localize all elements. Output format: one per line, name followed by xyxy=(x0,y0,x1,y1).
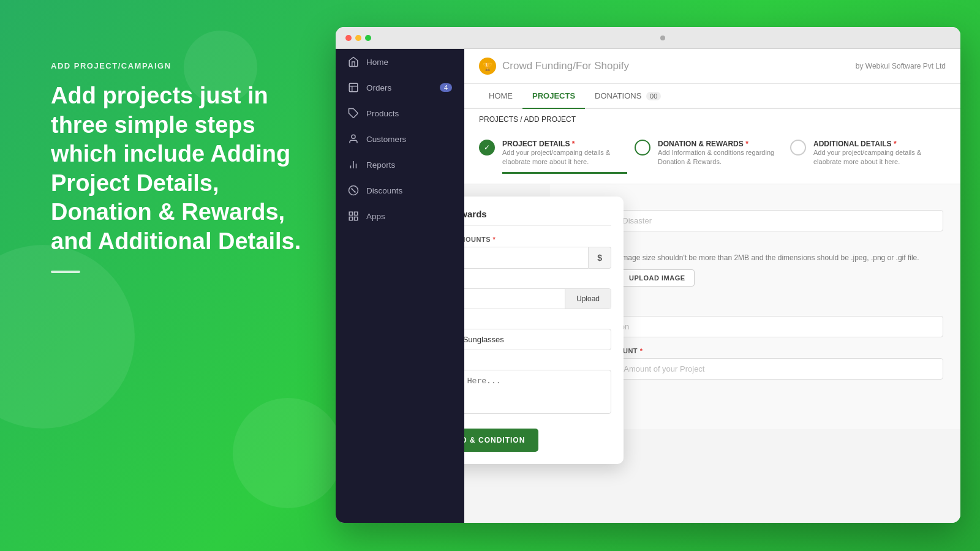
ect-title-label: ECT TITLE * xyxy=(567,199,943,206)
sidebar-item-discounts[interactable]: Discounts xyxy=(336,178,464,203)
browser-dot-red[interactable] xyxy=(345,35,352,41)
image-upload-hint: Image size shouldn't be more than 2MB an… xyxy=(620,252,943,263)
ect-title-input[interactable] xyxy=(567,210,943,231)
add-image-group: ADD IMAGE Upload xyxy=(464,277,611,309)
step-1: ✓ PROJECT DETAILS * Add your project/cam… xyxy=(479,140,635,174)
upload-image-button[interactable]: UPLOAD IMAGE xyxy=(620,269,695,287)
left-panel: ADD PROJECT/CAMPAIGN Add projects just i… xyxy=(51,61,308,273)
add-reward-condition-button[interactable]: ADD REWARD & CONDITION xyxy=(464,429,538,452)
svg-rect-0 xyxy=(349,83,358,92)
svg-point-9 xyxy=(355,192,356,193)
donation-card-title: Donation & Rewards xyxy=(464,209,611,226)
sidebar-item-customers[interactable]: Customers xyxy=(336,126,464,152)
donation-amount-input[interactable] xyxy=(464,247,589,269)
ect-image-label: ECT IMAGE * xyxy=(567,241,943,249)
upload-button[interactable]: Upload xyxy=(565,289,611,309)
steps-bar: ✓ PROJECT DETAILS * Add your project/cam… xyxy=(464,130,960,184)
ect-goal-group: ECT GOAL AMOUNT * xyxy=(567,347,943,380)
left-subtitle: ADD PROJECT/CAMPAIGN xyxy=(51,61,308,70)
svg-point-8 xyxy=(351,188,352,189)
step-2-circle xyxy=(635,140,650,156)
home-icon xyxy=(348,56,359,67)
browser-dot-green[interactable] xyxy=(365,35,371,41)
reward-title-label: TITLE * xyxy=(464,318,611,325)
browser-dot-yellow[interactable] xyxy=(355,35,361,41)
reward-title-group: TITLE * xyxy=(464,318,611,350)
step-1-desc: Add your project/campaing details & elao… xyxy=(502,148,627,167)
sidebar-label-customers: Customers xyxy=(366,135,406,144)
admin-layout: Home Orders 4 Pr xyxy=(336,49,960,523)
ect-location-group: ECT LOCATION xyxy=(567,305,943,337)
svg-point-2 xyxy=(352,135,355,138)
sidebar: Home Orders 4 Pr xyxy=(336,49,464,523)
ect-location-label: ECT LOCATION xyxy=(567,305,943,312)
reward-title-input[interactable] xyxy=(464,329,611,350)
step-3: ADDITIONAL DETAILS * Add your project/ca… xyxy=(790,140,946,174)
app-header-left: 🏆 Crowd Funding/For Shopify xyxy=(479,58,629,75)
donation-amount-label: ADD DONATION AMOUNTS * xyxy=(464,236,611,243)
tab-home[interactable]: HOME xyxy=(479,84,522,109)
step-1-title: PROJECT DETAILS * xyxy=(502,140,627,148)
reward-description-group: TITLE * xyxy=(464,359,611,416)
donations-badge: 00 xyxy=(646,92,661,100)
sidebar-label-home: Home xyxy=(366,58,388,67)
sidebar-item-home[interactable]: Home xyxy=(336,49,464,75)
step-1-progress xyxy=(502,172,627,174)
step-2: DONATION & REWARDS * Add Information & c… xyxy=(635,140,790,174)
tab-donations[interactable]: DONATIONS 00 xyxy=(585,84,671,109)
orders-icon xyxy=(348,82,359,93)
currency-suffix: $ xyxy=(589,247,611,269)
step-3-title: ADDITIONAL DETAILS * xyxy=(813,140,938,148)
browser-chrome xyxy=(336,27,960,49)
step-1-circle: ✓ xyxy=(479,140,495,156)
sidebar-item-reports[interactable]: Reports xyxy=(336,152,464,178)
image-upload-area: 📷 Image size shouldn't be more than 2MB … xyxy=(567,252,943,295)
sidebar-item-products[interactable]: Products xyxy=(336,100,464,126)
app-nav: HOME PROJECTS DONATIONS 00 xyxy=(464,84,960,109)
breadcrumb: PROJECTS / ADD PROJECT xyxy=(464,109,960,130)
ect-location-input[interactable] xyxy=(567,316,943,337)
image-filename-input[interactable] xyxy=(464,289,565,309)
ect-goal-input[interactable] xyxy=(567,358,943,380)
browser-url-indicator xyxy=(660,36,665,40)
reward-description-textarea[interactable] xyxy=(464,370,611,414)
breadcrumb-current: ADD PROJECT xyxy=(524,115,576,124)
customers-icon xyxy=(348,133,359,144)
ect-goal-label: ECT GOAL AMOUNT * xyxy=(567,347,943,354)
browser-window: Home Orders 4 Pr xyxy=(336,27,960,523)
image-upload-row: Upload xyxy=(464,288,611,309)
svg-rect-12 xyxy=(349,217,352,220)
reports-icon xyxy=(348,159,359,170)
step-2-desc: Add Information & conditions regarding D… xyxy=(658,148,783,167)
step-3-text: ADDITIONAL DETAILS * Add your project/ca… xyxy=(813,140,938,167)
content-area: ECT TITLE * ECT IMAGE * 📷 xyxy=(464,184,960,429)
donation-amount-row: $ xyxy=(464,247,611,269)
tab-projects[interactable]: PROJECTS xyxy=(522,84,585,109)
sidebar-label-apps: Apps xyxy=(366,212,385,221)
app-title: Crowd Funding/For Shopify xyxy=(502,60,629,72)
app-byline: by Webkul Software Pvt Ltd xyxy=(856,62,946,70)
donation-rewards-card: Donation & Rewards ADD DONATION AMOUNTS … xyxy=(464,197,624,464)
ect-title-group: ECT TITLE * xyxy=(567,199,943,231)
sidebar-label-reports: Reports xyxy=(366,160,395,170)
app-title-text: Crowd Funding xyxy=(502,60,573,72)
add-image-label: ADD IMAGE xyxy=(464,277,611,285)
step-2-title: DONATION & REWARDS * xyxy=(658,140,783,148)
reward-desc-label: TITLE * xyxy=(464,359,611,366)
breadcrumb-parent[interactable]: PROJECTS xyxy=(479,115,518,124)
image-upload-info: Image size shouldn't be more than 2MB an… xyxy=(620,252,943,287)
left-main-text: Add projects just in three simple steps … xyxy=(51,81,308,256)
ect-image-group: ECT IMAGE * 📷 Image size shouldn't be mo… xyxy=(567,241,943,295)
sidebar-label-products: Products xyxy=(366,109,399,118)
discounts-icon xyxy=(348,185,359,196)
step-3-desc: Add your project/campaing details & elao… xyxy=(813,148,938,167)
svg-rect-13 xyxy=(355,217,358,220)
apps-icon xyxy=(348,211,359,222)
app-header: 🏆 Crowd Funding/For Shopify by Webkul So… xyxy=(464,49,960,84)
donation-amount-group: ADD DONATION AMOUNTS * $ xyxy=(464,236,611,269)
step-2-text: DONATION & REWARDS * Add Information & c… xyxy=(658,140,783,167)
sidebar-item-apps[interactable]: Apps xyxy=(336,203,464,229)
sidebar-label-orders: Orders xyxy=(366,83,391,92)
sidebar-item-orders[interactable]: Orders 4 xyxy=(336,75,464,100)
left-divider xyxy=(51,271,80,273)
